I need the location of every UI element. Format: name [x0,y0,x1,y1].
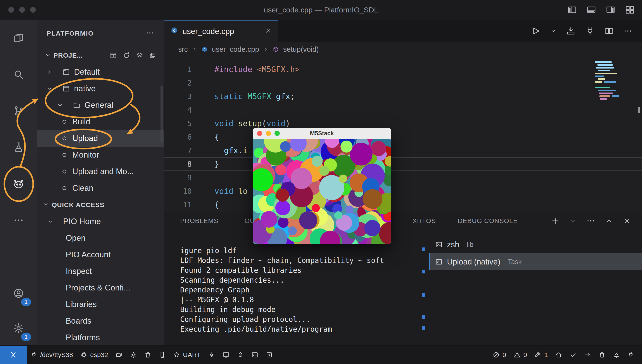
code-line-6[interactable]: 6{ [164,130,642,144]
m5stack-window[interactable]: M5Stack [253,128,391,244]
status-item-plug[interactable] [624,346,638,364]
command-decoration[interactable] [422,293,425,297]
section-quick-access[interactable]: QUICK ACCESS [37,196,164,213]
more-icon[interactable] [623,26,632,36]
m5stack-close-button[interactable] [257,131,262,136]
tree-item-upload[interactable]: Upload [37,130,164,147]
refresh-icon[interactable] [123,52,130,59]
status-item-settings[interactable] [126,346,141,364]
activity-item-testing[interactable] [0,129,37,166]
code-line-1[interactable]: 1#include <M5GFX.h> [164,63,642,76]
layout-grid-icon[interactable] [625,5,634,14]
minimap[interactable] [595,61,632,101]
command-decoration[interactable] [422,270,425,274]
code-line-4[interactable]: 4 [164,103,642,117]
new-project-icon[interactable] [110,52,117,59]
plus-icon[interactable] [551,216,560,226]
chevron-down-icon[interactable] [43,202,49,208]
layers-icon[interactable] [136,52,143,59]
command-decoration[interactable] [422,315,425,319]
split-icon[interactable] [604,26,613,36]
status-item-star-uart[interactable]: UART [170,346,204,364]
tree-item-general[interactable]: General [37,97,164,114]
m5stack-title-bar[interactable]: M5Stack [253,128,391,139]
status-item-error-0[interactable]: 0 [489,346,510,364]
activity-item-accounts[interactable]: 1 [0,276,37,311]
quick-access-item-pio-account[interactable]: PIO Account [37,246,164,263]
code-line-3[interactable]: 3static M5GFX gfx; [164,90,642,103]
status-item-terminal[interactable] [248,346,262,364]
code-editor[interactable]: 1#include <M5GFX.h>23static M5GFX gfx;45… [164,56,642,213]
quick-access-item-projects-confi[interactable]: Projects & Confi... [37,280,164,296]
status-item-bolt[interactable] [204,346,219,364]
close-icon[interactable] [265,27,272,34]
close-icon[interactable] [623,217,631,225]
status-item-display[interactable] [219,346,233,364]
status-item-check[interactable] [566,346,580,364]
status-item-trash[interactable] [141,346,155,364]
status-item-export[interactable] [262,346,276,364]
layout-bottom-icon[interactable] [586,5,596,14]
activity-item-search[interactable] [0,56,37,92]
activity-item-explorer[interactable] [0,20,37,56]
code-line-5[interactable]: 5void setup(void) [164,117,642,130]
quick-access-item-platforms[interactable]: Platforms [37,329,164,346]
tree-item-native[interactable]: native [37,80,164,97]
quick-access-item-pio-home[interactable]: PIO Home [37,213,164,230]
status-item-flame[interactable] [233,346,248,364]
section-project-tasks[interactable]: PROJE... [37,47,164,64]
command-decoration[interactable] [422,248,425,251]
activity-item-settings[interactable]: 1 [0,311,37,346]
breadcrumb-src[interactable]: src [178,45,188,54]
activity-item-platformio[interactable] [0,166,37,202]
quick-access-item-inspect[interactable]: Inspect [37,263,164,280]
status-item-warning-0[interactable]: 0 [510,346,531,364]
status-item-bell[interactable] [609,346,624,364]
command-decoration[interactable] [422,326,425,330]
panel-tab-xrtos[interactable]: XRTOS [412,217,436,224]
code-line-10[interactable]: 10void lo [164,184,642,198]
code-line-9[interactable]: 9 [164,171,642,184]
status-item-folders[interactable] [112,346,126,364]
quick-access-item-libraries[interactable]: Libraries [37,296,164,313]
panel-tab-debug-console[interactable]: DEBUG CONSOLE [458,217,518,224]
status-item-arrow-right[interactable] [580,346,595,364]
more-icon[interactable] [146,28,154,37]
status-item-device[interactable] [155,346,170,364]
tree-item-clean[interactable]: Clean [37,180,164,196]
status-item-plug-dev-ttys38[interactable]: /dev/ttyS38 [27,346,77,364]
status-item-tools-1[interactable]: 1 [531,346,552,364]
status-item-home[interactable] [552,346,566,364]
remote-indicator[interactable] [0,346,27,364]
code-line-7[interactable]: 7 gfx.i [164,144,642,157]
activity-item-more[interactable] [0,202,37,238]
tree-item-default[interactable]: Default [37,64,164,80]
breadcrumb-user-code-cpp[interactable]: user_code.cpp [212,45,259,54]
m5stack-zoom-button[interactable] [275,131,280,136]
quick-access-item-open[interactable]: Open [37,230,164,246]
chevron-down-icon[interactable] [550,28,556,34]
layout-right-icon[interactable] [606,5,615,14]
play-icon[interactable] [531,26,541,36]
terminal-entry-upload-native[interactable]: Upload (native)Task [429,253,642,270]
breadcrumb-setup-void[interactable]: setup(void) [283,45,319,54]
chevron-down-icon[interactable] [45,52,51,58]
more-icon[interactable] [586,216,595,226]
chevron-down-icon[interactable] [570,218,576,224]
code-line-11[interactable]: 11{ [164,198,642,212]
code-line-2[interactable]: 2 [164,76,642,90]
status-item-chip-esp32[interactable]: esp32 [77,346,112,364]
sidebar-scrollbar[interactable] [161,86,163,141]
plug-icon[interactable] [585,26,595,36]
code-line-8[interactable]: 8} [164,157,642,171]
activity-item-source-control[interactable] [0,92,37,129]
quick-access-item-boards[interactable]: Boards [37,313,164,329]
layout-left-icon[interactable] [567,5,577,14]
tab-user-code-cpp[interactable]: C user_code.cpp [164,20,278,42]
tree-item-upload-and-mo[interactable]: Upload and Mo... [37,163,164,180]
chevron-up-icon[interactable] [605,217,613,224]
panel-tab-problems[interactable]: PROBLEMS [180,217,218,224]
status-item-trash[interactable] [595,346,609,364]
terminal-entry-zsh[interactable]: zshlib [429,236,642,253]
download-icon[interactable] [566,26,576,36]
